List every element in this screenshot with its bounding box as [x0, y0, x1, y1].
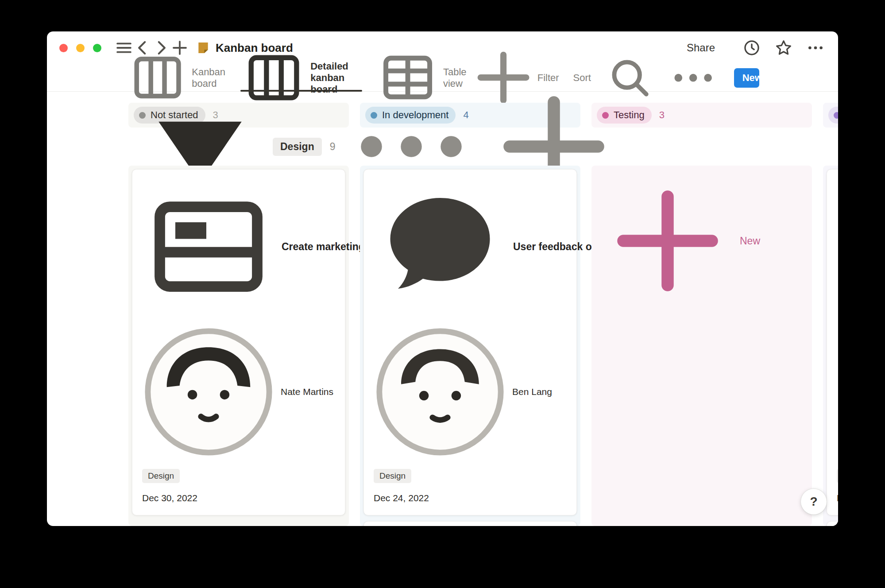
- window-controls: [59, 44, 101, 52]
- group-count: 9: [330, 141, 336, 153]
- column-in-development: User feedback on feature Ben Lang Design…: [360, 166, 580, 526]
- card-tag: Design: [142, 469, 180, 483]
- kanban-board: Not started 3 In development 4 Testing 3…: [47, 92, 838, 526]
- kanban-card[interactable]: D D: [827, 521, 838, 526]
- assignee-name: Ben Lang: [512, 387, 552, 397]
- status-dot-icon: [834, 112, 838, 119]
- assignee-name: Nate Martins: [281, 387, 333, 397]
- favorite-button[interactable]: [774, 39, 793, 57]
- close-window-button[interactable]: [59, 44, 68, 52]
- page-journal-icon: [196, 41, 210, 55]
- newspaper-icon: [142, 180, 275, 313]
- board-view-icon: [242, 46, 305, 109]
- view-tabs: Kanban board Detailed kanban board Table…: [128, 64, 467, 91]
- card-date: Dec 30, 2022: [142, 493, 335, 503]
- tab-label: Kanban board: [192, 66, 225, 89]
- column-testing: New: [591, 166, 812, 526]
- column-not-started: Create marketing materials Nate Martins …: [128, 166, 349, 526]
- card-date: D: [837, 493, 838, 503]
- avatar: [374, 325, 506, 458]
- new-item-button[interactable]: New: [734, 68, 759, 88]
- tab-detailed-kanban-board[interactable]: Detailed kanban board: [242, 64, 360, 91]
- table-view-icon: [377, 47, 438, 108]
- star-icon: [774, 39, 793, 57]
- kanban-card[interactable]: Create visuals for feature Ben Lang Desi…: [363, 521, 577, 526]
- avatar: [142, 325, 275, 458]
- plus-icon: [601, 174, 734, 307]
- column-header-clipped-column: [823, 103, 838, 128]
- new-item-label[interactable]: New: [734, 68, 759, 88]
- new-card-label: New: [740, 235, 760, 247]
- column-clipped-column: D D D D New: [823, 166, 838, 526]
- more-options-button[interactable]: [806, 39, 825, 57]
- minimize-window-button[interactable]: [76, 44, 85, 52]
- ellipsis-icon: [806, 39, 825, 57]
- group-label[interactable]: Design: [273, 138, 322, 156]
- card-tag: D: [837, 469, 838, 483]
- board-view-icon: [128, 48, 187, 107]
- card-date: Dec 24, 2022: [374, 493, 567, 503]
- tab-label: Detailed kanban board: [310, 61, 360, 95]
- new-card-button[interactable]: New: [595, 169, 808, 313]
- tab-table-view[interactable]: Table view: [377, 64, 467, 91]
- card-tag: Design: [374, 469, 411, 483]
- column-count: 3: [659, 109, 665, 121]
- share-button[interactable]: Share: [687, 42, 715, 54]
- zoom-window-button[interactable]: [93, 44, 101, 52]
- kanban-card[interactable]: User feedback on feature Ben Lang Design…: [363, 169, 577, 515]
- kanban-card[interactable]: D D: [827, 169, 838, 515]
- tab-label: Table view: [443, 66, 467, 89]
- status-pill[interactable]: [828, 107, 838, 124]
- help-button[interactable]: ?: [801, 489, 827, 514]
- avatar: [837, 325, 838, 458]
- new-card-button[interactable]: New: [132, 521, 345, 526]
- column-content-row: Create marketing materials Nate Martins …: [128, 166, 838, 526]
- group-row-design: Design 9: [128, 128, 838, 166]
- kanban-card[interactable]: Create marketing materials Nate Martins …: [132, 169, 345, 515]
- app-window: Kanban board Share Kanban board Detailed…: [47, 31, 838, 526]
- view-tab-bar: Kanban board Detailed kanban board Table…: [47, 64, 838, 92]
- tab-kanban-board[interactable]: Kanban board: [128, 64, 225, 91]
- column-header-testing: Testing 3: [591, 103, 812, 128]
- speech-bubble-icon: [374, 180, 506, 313]
- target-icon: [837, 180, 838, 313]
